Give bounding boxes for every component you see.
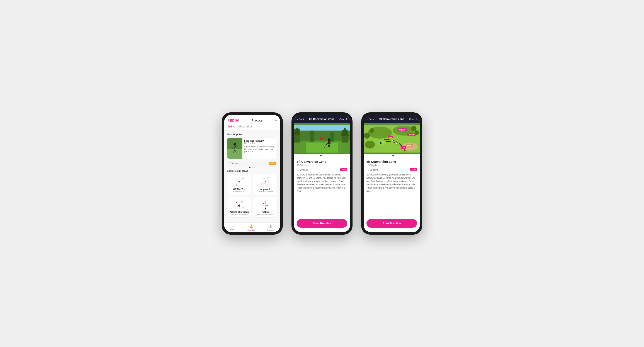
nav-activities[interactable]: ⛳ Activities bbox=[248, 224, 255, 231]
back-button-3[interactable]: ‹ Back bbox=[367, 118, 374, 121]
detail-body-3: 6ft Conversion Zone 10-50 yds ☆ 🕐 20 sho… bbox=[364, 157, 420, 216]
app-logo: clippd bbox=[228, 118, 239, 123]
screen-title: Practice bbox=[252, 119, 263, 122]
image-dots-3 bbox=[364, 154, 420, 157]
detail-shots-3: 🕐 20 shots bbox=[366, 169, 378, 171]
drill-card-content: Find The Fairway Off The Tee Create an i… bbox=[242, 138, 277, 159]
back-label-3: Back bbox=[369, 118, 374, 121]
skill-desc-putting: Make and lag practice bbox=[257, 213, 274, 215]
nav-capture-label: Capture bbox=[267, 229, 274, 231]
skill-desc-atg: Hone your short game bbox=[230, 213, 248, 215]
detail-distance-2: 10-50 yds bbox=[297, 164, 326, 167]
home-icon: ⌂ bbox=[232, 224, 234, 228]
tag-arg-3: ARG bbox=[410, 168, 417, 171]
dot-2 bbox=[252, 167, 253, 168]
detail-shots-2: 🕐 20 shots bbox=[297, 169, 308, 171]
nav-home[interactable]: ⌂ Home bbox=[230, 224, 236, 231]
img-dot-2 bbox=[323, 155, 324, 156]
start-practice-button-2[interactable]: Start Practice bbox=[297, 219, 347, 228]
phone-3-screen: ‹ Back 6ft Conversion Zone Cancel bbox=[364, 115, 420, 232]
detail-description-2: 20 shots are randomly generated at dista… bbox=[297, 173, 347, 193]
svg-line-9 bbox=[236, 179, 239, 182]
phone-2-screen: ‹ Back 6ft Conversion Zone Cancel bbox=[294, 115, 350, 232]
tab-favourites[interactable]: Favourites bbox=[239, 125, 253, 130]
off-tee-icon bbox=[232, 176, 246, 187]
start-practice-button-3[interactable]: Start Practice bbox=[366, 219, 417, 228]
detail-header-title-2: 6ft Conversion Zone bbox=[309, 118, 334, 121]
nav-activities-label: Activities bbox=[248, 229, 255, 231]
svg-line-10 bbox=[239, 178, 243, 182]
svg-line-23 bbox=[265, 177, 268, 182]
back-button-2[interactable]: ‹ Back bbox=[297, 118, 304, 121]
phone-2: ‹ Back 6ft Conversion Zone Cancel bbox=[292, 112, 352, 235]
drill-name: Find The Fairway bbox=[244, 139, 276, 142]
nav-capture[interactable]: ⊕ Capture bbox=[267, 224, 274, 231]
svg-point-87 bbox=[396, 143, 398, 144]
shots-label-3: 20 shots bbox=[370, 169, 378, 171]
skill-approach[interactable]: Approach Dial-in to hit the green bbox=[253, 174, 278, 195]
dot-1 bbox=[249, 167, 250, 168]
approach-icon bbox=[259, 176, 272, 187]
detail-header-title-3: 6ft Conversion Zone bbox=[379, 118, 404, 121]
detail-footer-3: Start Practice bbox=[364, 216, 420, 232]
img-dot-1 bbox=[320, 155, 322, 156]
svg-point-71 bbox=[378, 140, 386, 146]
back-chevron-2: ‹ bbox=[297, 118, 298, 121]
svg-point-39 bbox=[263, 203, 264, 204]
svg-point-85 bbox=[380, 142, 382, 144]
drill-desc: Create an imaginary fairway using trees … bbox=[244, 145, 276, 153]
menu-icon[interactable]: ≡ bbox=[275, 119, 277, 122]
drill-card-fairway[interactable]: Find The Fairway Off The Tee Create an i… bbox=[227, 138, 278, 159]
svg-rect-54 bbox=[328, 141, 330, 144]
svg-point-38 bbox=[265, 208, 266, 209]
screen1-body: Most Popular bbox=[224, 131, 280, 222]
img-dot-3-2 bbox=[392, 155, 394, 156]
clock-icon-3: 🕐 bbox=[366, 169, 369, 171]
tab-drills[interactable]: Drills bbox=[228, 125, 235, 130]
favourite-icon-2[interactable]: ☆ bbox=[344, 160, 347, 163]
shots-count: 10 shots bbox=[232, 162, 239, 164]
nav-home-label: Home bbox=[230, 229, 236, 231]
detail-shots-row-3: 🕐 20 shots ARG bbox=[366, 168, 417, 171]
putting-icon bbox=[259, 199, 272, 210]
skill-off-the-tee[interactable]: Off The Tee Power accuracy bbox=[227, 174, 251, 195]
svg-text:ROUGH: ROUGH bbox=[409, 134, 414, 135]
svg-point-66 bbox=[365, 141, 375, 149]
detail-distance-3: 10-50 yds bbox=[366, 164, 396, 167]
tag-ott: OTT bbox=[269, 162, 276, 165]
phone-1: clippd Practice ≡ Drills Favourites Most… bbox=[222, 112, 283, 235]
cancel-button-2[interactable]: Cancel bbox=[340, 118, 347, 121]
cancel-button-3[interactable]: Cancel bbox=[409, 118, 416, 121]
skill-around-green[interactable]: Around The Green Hone your short game bbox=[227, 197, 251, 218]
carousel-dots bbox=[227, 166, 278, 170]
tag-arg-2: ARG bbox=[340, 168, 347, 171]
shots-info: 🕐 10 shots bbox=[229, 162, 239, 164]
screen1-header: clippd Practice ≡ Drills Favourites bbox=[224, 115, 280, 131]
svg-point-67 bbox=[364, 133, 370, 139]
detail-drill-name-2: 6ft Conversion Zone bbox=[297, 160, 326, 163]
img-dot-3-1 bbox=[390, 155, 391, 156]
skill-name-putting: Putting bbox=[262, 211, 269, 213]
favourite-icon[interactable]: ☆ bbox=[244, 153, 247, 157]
skill-desc-approach: Dial-in to hit the green bbox=[257, 191, 274, 192]
svg-point-33 bbox=[236, 202, 237, 203]
svg-rect-51 bbox=[310, 131, 314, 141]
svg-point-68 bbox=[370, 128, 374, 133]
svg-text:SAND: SAND bbox=[407, 145, 411, 147]
detail-footer-2: Start Practice bbox=[294, 216, 350, 232]
drill-photo bbox=[294, 123, 350, 154]
explore-title: Explore skill areas bbox=[227, 170, 278, 172]
phones-container: clippd Practice ≡ Drills Favourites Most… bbox=[222, 112, 422, 235]
favourite-icon-3[interactable]: ☆ bbox=[414, 160, 417, 163]
activities-icon: ⛳ bbox=[249, 224, 254, 228]
phone-3: ‹ Back 6ft Conversion Zone Cancel bbox=[361, 112, 422, 235]
svg-rect-52 bbox=[330, 132, 334, 142]
svg-point-41 bbox=[262, 206, 263, 207]
bottom-nav: ⌂ Home ⛳ Activities ⊕ Capture bbox=[224, 222, 280, 232]
svg-text:FAIRWAY: FAIRWAY bbox=[399, 129, 405, 131]
skill-putting[interactable]: Putting Make and lag practice bbox=[253, 197, 278, 218]
svg-point-86 bbox=[392, 140, 393, 141]
svg-point-69 bbox=[411, 126, 416, 131]
capture-icon: ⊕ bbox=[269, 224, 272, 228]
most-popular-title: Most Popular bbox=[227, 133, 278, 136]
